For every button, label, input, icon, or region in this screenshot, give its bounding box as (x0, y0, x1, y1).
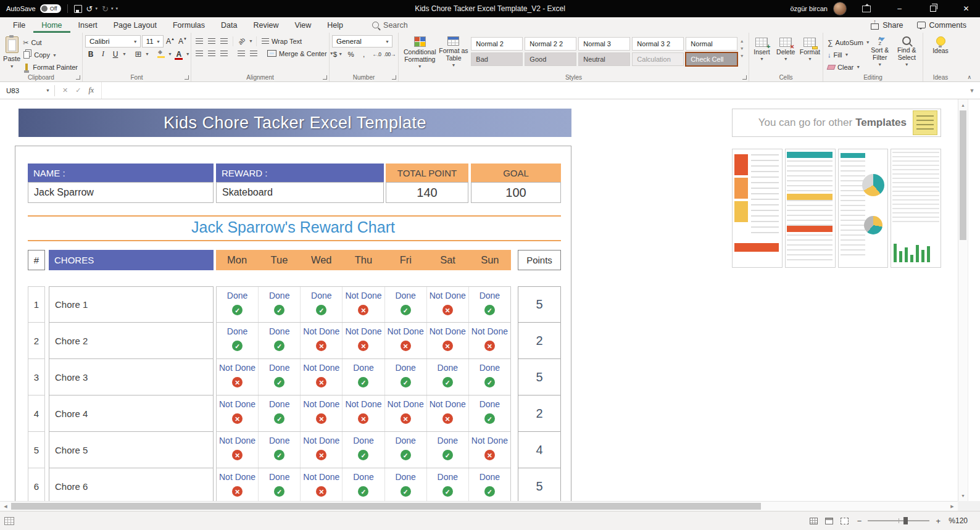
close-button[interactable]: ✕ (952, 0, 980, 17)
page-break-preview-icon[interactable] (841, 518, 849, 524)
comments-button[interactable]: Comments (911, 17, 973, 33)
scroll-down-icon[interactable]: ▼ (958, 491, 968, 500)
status-cell[interactable]: Not Done✕ (301, 395, 343, 431)
ribbon-display-options-button[interactable] (852, 0, 880, 17)
tab-review[interactable]: Review (245, 17, 286, 33)
align-right-button[interactable] (218, 48, 230, 59)
horizontal-scroll-thumb[interactable] (11, 503, 761, 510)
status-cell[interactable]: Done✓ (343, 359, 384, 395)
status-cell[interactable]: Done✓ (469, 395, 510, 431)
status-cell[interactable]: Not Done✕ (217, 395, 259, 431)
borders-icon[interactable]: ⊞ (135, 50, 141, 58)
redo-caret-icon[interactable]: ▾ (111, 6, 114, 11)
confirm-entry-icon[interactable]: ✓ (75, 86, 81, 94)
goal-header-cell[interactable]: GOAL (471, 164, 561, 182)
italic-button[interactable]: I (98, 48, 109, 60)
status-cell[interactable]: Done✓ (343, 468, 384, 501)
tab-formulas[interactable]: Formulas (165, 17, 213, 33)
worksheet[interactable]: Kids Chore Tacker Excel Template You can… (0, 99, 958, 501)
align-left-button[interactable] (194, 48, 205, 59)
insert-function-icon[interactable]: fx (88, 86, 94, 95)
find-select-button[interactable]: Find & Select ▼ (894, 35, 921, 73)
gallery-more-icon[interactable]: ▼ (740, 54, 744, 58)
fill-color-caret-icon[interactable]: ▼ (168, 52, 172, 56)
template-thumbnail[interactable] (838, 149, 889, 268)
underline-caret-icon[interactable]: ▼ (122, 52, 127, 56)
name-header-cell[interactable]: NAME : (28, 164, 214, 182)
zoom-in-icon[interactable]: + (936, 517, 941, 525)
tab-insert[interactable]: Insert (70, 17, 106, 33)
chore-name-cell[interactable]: Chore 2 (49, 323, 214, 359)
status-cell[interactable]: Not Done✕ (343, 323, 384, 358)
status-cell[interactable]: Done✓ (259, 432, 301, 468)
paste-button[interactable]: Paste ▼ (2, 35, 21, 73)
increase-font-size-button[interactable]: A▲ (165, 36, 176, 48)
tab-help[interactable]: Help (319, 17, 351, 33)
status-cell[interactable]: Done✓ (385, 359, 427, 395)
redo-button[interactable]: ↻ (102, 5, 109, 13)
increase-indent-button[interactable] (248, 48, 259, 59)
decrease-decimal-button[interactable]: .00→ (384, 48, 396, 60)
status-cell[interactable]: Not Done✕ (301, 468, 343, 501)
points-column-header[interactable]: Points (518, 250, 561, 270)
zoom-level[interactable]: %120 (947, 516, 968, 525)
wrap-text-button[interactable]: Wrap Text (260, 35, 304, 47)
tab-data[interactable]: Data (213, 17, 245, 33)
status-cell[interactable]: Done✓ (385, 468, 427, 501)
status-cell[interactable]: Not Done✕ (301, 323, 343, 358)
format-painter-button[interactable]: Format Painter (21, 62, 80, 73)
status-cell[interactable]: Done✓ (427, 432, 469, 468)
status-cell[interactable]: Done✓ (259, 287, 301, 322)
status-cell[interactable]: Done✓ (427, 468, 469, 501)
align-center-button[interactable] (206, 48, 217, 59)
cell-style-normal-3-2[interactable]: Normal 3 2 (632, 37, 684, 51)
formula-input[interactable] (102, 82, 964, 99)
cancel-entry-icon[interactable]: ✕ (62, 86, 68, 94)
expand-formula-bar-icon[interactable]: ▼ (964, 88, 980, 94)
vertical-scroll-thumb[interactable] (960, 110, 966, 240)
accounting-format-button[interactable]: $▼ (332, 48, 344, 60)
status-cell[interactable]: Not Done✕ (217, 359, 259, 395)
status-cell[interactable]: Not Done✕ (217, 432, 259, 468)
underline-button[interactable]: U (110, 48, 121, 60)
status-cell[interactable]: Not Done✕ (301, 359, 343, 395)
reward-header-cell[interactable]: REWARD : (216, 164, 384, 182)
bold-button[interactable]: B (85, 48, 96, 60)
cell-style-bad[interactable]: Bad (471, 52, 523, 66)
status-cell[interactable]: Done✓ (301, 287, 343, 322)
user-avatar[interactable] (833, 2, 847, 15)
insert-cells-button[interactable]: Insert ▼ (752, 36, 772, 73)
cell-style-normal[interactable]: Normal (686, 37, 737, 51)
horizontal-scrollbar[interactable]: ◀ ▶ (0, 501, 958, 511)
tab-file[interactable]: File (5, 17, 33, 33)
status-cell[interactable]: Done✓ (259, 323, 301, 358)
font-size-select[interactable]: 11▼ (142, 35, 164, 48)
tab-view[interactable]: View (286, 17, 319, 33)
fill-button[interactable]: ↓Fill▼ (826, 49, 866, 60)
status-cell[interactable]: Not Done✕ (385, 323, 427, 358)
status-cell[interactable]: Not Done✕ (301, 432, 343, 468)
page-layout-view-icon[interactable] (825, 518, 833, 524)
name-value-cell[interactable]: Jack Sparrow (28, 182, 214, 203)
middle-align-button[interactable] (206, 35, 217, 47)
autosum-button[interactable]: ∑AutoSum▼ (826, 36, 866, 48)
top-align-button[interactable] (194, 35, 205, 47)
template-thumbnail[interactable] (785, 149, 836, 268)
status-cell[interactable]: Not Done✕ (469, 432, 510, 468)
quick-access-customize-icon[interactable]: ▾ (115, 6, 118, 11)
borders-caret-icon[interactable]: ▼ (145, 52, 149, 56)
ideas-button[interactable]: Ideas (928, 35, 953, 73)
orientation-button[interactable]: ab (236, 35, 247, 47)
format-as-table-button[interactable]: Format as Table ▼ (439, 35, 469, 73)
reward-value-cell[interactable]: Skateboard (216, 182, 384, 203)
templates-promo[interactable]: You can go for otherTemplates (732, 109, 941, 137)
cell-style-normal-2-2[interactable]: Normal 2 2 (525, 37, 576, 51)
goal-value-cell[interactable]: 100 (471, 182, 561, 203)
decrease-font-size-button[interactable]: A▼ (177, 36, 188, 48)
fill-color-icon[interactable] (157, 50, 165, 58)
name-box[interactable]: U83 ▼ (0, 82, 54, 99)
cell-style-normal-3[interactable]: Normal 3 (578, 37, 630, 51)
font-family-select[interactable]: Calibri▼ (85, 35, 141, 48)
copy-button[interactable]: Copy▼ (21, 49, 80, 60)
status-cell[interactable]: Done✓ (427, 359, 469, 395)
